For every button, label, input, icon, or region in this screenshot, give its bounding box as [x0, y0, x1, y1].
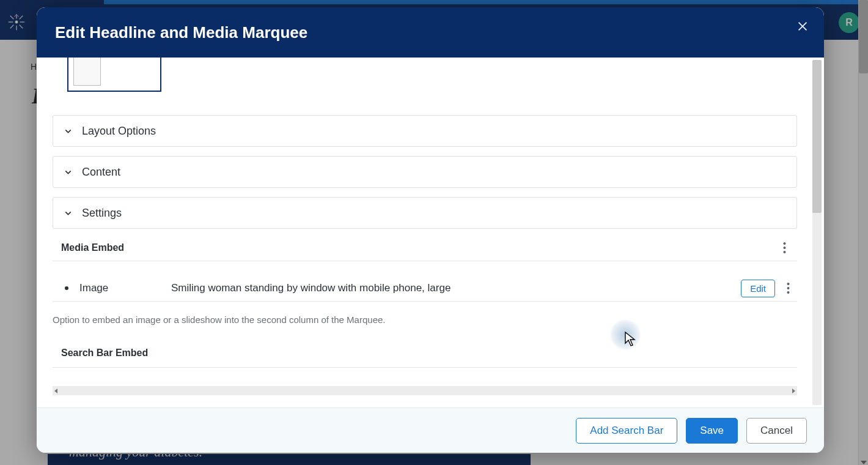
modal-title: Edit Headline and Media Marquee — [55, 23, 307, 42]
section-layout-options[interactable]: Layout Options — [53, 115, 797, 147]
media-embed-row: Image Smiling woman standing by window w… — [53, 273, 797, 303]
section-content[interactable]: Content — [53, 156, 797, 188]
divider — [53, 367, 797, 368]
modal-scrollbar[interactable] — [812, 60, 822, 405]
svg-point-16 — [787, 283, 789, 285]
section-settings[interactable]: Settings — [53, 197, 797, 229]
layout-thumbnail-selected[interactable] — [67, 58, 161, 92]
media-embed-heading: Media Embed — [61, 242, 124, 253]
modal-footer: Add Search Bar Save Cancel — [37, 407, 824, 453]
edit-media-button[interactable]: Edit — [741, 280, 775, 297]
modal-body-inner: Layout Options Content Settings Media Em… — [53, 58, 797, 407]
divider — [53, 261, 797, 261]
media-item-menu-icon[interactable] — [781, 281, 795, 295]
media-item-type: Image — [79, 282, 171, 294]
layout-thumbnail-preview — [73, 58, 101, 86]
section-layout-label: Layout Options — [82, 125, 156, 138]
media-item-description: Smiling woman standing by window with mo… — [171, 282, 741, 294]
add-search-bar-button[interactable]: Add Search Bar — [576, 418, 677, 444]
svg-point-18 — [787, 291, 789, 294]
modal-header: Edit Headline and Media Marquee — [37, 7, 824, 58]
section-content-label: Content — [82, 166, 120, 179]
svg-point-15 — [783, 251, 785, 253]
edit-marquee-modal: Edit Headline and Media Marquee Layout O… — [37, 7, 824, 453]
save-button[interactable]: Save — [686, 418, 738, 444]
divider — [53, 301, 797, 302]
svg-point-17 — [787, 287, 789, 289]
section-settings-label: Settings — [82, 207, 122, 220]
svg-point-14 — [783, 247, 785, 249]
media-embed-help-text: Option to embed an image or a slideshow … — [53, 314, 386, 325]
cancel-button[interactable]: Cancel — [746, 418, 807, 444]
svg-point-13 — [783, 242, 785, 245]
chevron-down-icon — [63, 126, 73, 136]
chevron-down-icon — [63, 208, 73, 218]
modal-body: Layout Options Content Settings Media Em… — [37, 58, 824, 407]
modal-scrollbar-thumb[interactable] — [812, 60, 822, 213]
close-icon[interactable] — [796, 20, 811, 34]
media-embed-menu-icon[interactable] — [778, 241, 791, 255]
search-bar-embed-heading: Search Bar Embed — [61, 348, 148, 359]
horizontal-scrollbar[interactable] — [53, 386, 797, 395]
bullet-icon — [65, 286, 68, 290]
chevron-down-icon — [63, 167, 73, 177]
cursor-icon — [625, 332, 637, 350]
